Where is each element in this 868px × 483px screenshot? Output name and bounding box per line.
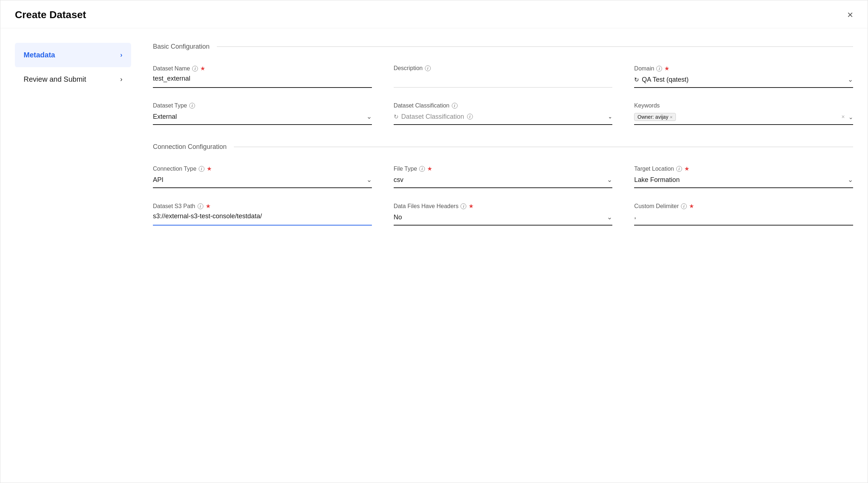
target-location-value: Lake Formation (634, 176, 680, 184)
dataset-classification-info-icon[interactable]: i (452, 103, 458, 109)
file-type-value: csv (394, 176, 403, 184)
custom-delimiter-required: ★ (689, 203, 694, 210)
dataset-s3-path-label: Dataset S3 Path i ★ (153, 203, 372, 210)
dataset-classification-placeholder: Dataset Classification (401, 113, 464, 121)
target-location-info-icon[interactable]: i (676, 166, 682, 172)
s3-path-value[interactable]: s3://external-s3-test-console/testdata/ (153, 212, 372, 226)
data-files-headers-label: Data Files Have Headers i ★ (394, 203, 613, 210)
domain-info-icon[interactable]: i (656, 66, 662, 72)
dataset-name-required: ★ (200, 65, 205, 72)
connection-config-divider (234, 147, 853, 147)
basic-config-title: Basic Configuration (153, 43, 210, 50)
close-button[interactable]: × (847, 10, 853, 20)
basic-configuration-section: Basic Configuration Dataset Name i ★ tes… (153, 43, 853, 125)
domain-select[interactable]: ↻ QA Test (qatest) ⌄ (634, 75, 853, 88)
connection-config-row-2: Dataset S3 Path i ★ s3://external-s3-tes… (153, 203, 853, 226)
keyword-tag-label: Owner: avijay (637, 114, 668, 120)
keywords-clear-icon[interactable]: × (841, 114, 845, 120)
custom-delimiter-field: Custom Delimiter i ★ , (634, 203, 853, 226)
dataset-type-value: External (153, 113, 177, 121)
keywords-actions: × ⌄ (841, 114, 853, 121)
data-files-headers-select[interactable]: No ⌄ (394, 212, 613, 226)
dataset-name-value[interactable]: test_external (153, 75, 372, 88)
data-files-headers-field: Data Files Have Headers i ★ No ⌄ (394, 203, 613, 226)
target-location-chevron-icon: ⌄ (848, 176, 853, 184)
sidebar-item-metadata[interactable]: Metadata › (15, 43, 131, 67)
target-location-field: Target Location i ★ Lake Formation ⌄ (634, 165, 853, 188)
create-dataset-modal: Create Dataset × Metadata › Review and S… (0, 0, 868, 483)
dataset-name-info-icon[interactable]: i (192, 66, 198, 72)
dataset-type-field: Dataset Type i External ⌄ (153, 102, 372, 125)
domain-required: ★ (664, 65, 669, 72)
connection-type-chevron-icon: ⌄ (366, 176, 372, 184)
modal-body: Metadata › Review and Submit › Basic Con… (0, 28, 868, 483)
dataset-classification-info-icon-2[interactable]: i (467, 114, 473, 119)
keywords-input-area[interactable]: Owner: avijay × × ⌄ (634, 112, 853, 125)
connection-type-info-icon[interactable]: i (199, 166, 204, 172)
data-files-headers-chevron-icon: ⌄ (607, 213, 612, 221)
file-type-required: ★ (427, 165, 432, 172)
basic-config-row-2: Dataset Type i External ⌄ Dataset Classi… (153, 102, 853, 125)
basic-config-divider (217, 46, 853, 47)
dataset-type-label: Dataset Type i (153, 102, 372, 109)
description-field: Description i (394, 65, 613, 88)
dataset-type-select[interactable]: External ⌄ (153, 112, 372, 125)
keywords-field: Keywords Owner: avijay × × ⌄ (634, 102, 853, 125)
domain-refresh-icon: ↻ (634, 76, 639, 83)
connection-config-header: Connection Configuration (153, 143, 853, 151)
domain-chevron-icon: ⌄ (848, 76, 853, 84)
data-files-info-icon[interactable]: i (461, 203, 466, 209)
domain-value: ↻ QA Test (qatest) (634, 76, 689, 84)
file-type-info-icon[interactable]: i (419, 166, 425, 172)
dataset-type-info-icon[interactable]: i (189, 103, 195, 109)
target-location-label: Target Location i ★ (634, 165, 853, 172)
data-files-required: ★ (469, 203, 474, 210)
description-info-icon[interactable]: i (425, 65, 431, 71)
custom-delimiter-value[interactable]: , (634, 212, 853, 226)
connection-config-title: Connection Configuration (153, 143, 227, 151)
custom-delimiter-label: Custom Delimiter i ★ (634, 203, 853, 210)
dataset-s3-path-field: Dataset S3 Path i ★ s3://external-s3-tes… (153, 203, 372, 226)
dataset-name-label: Dataset Name i ★ (153, 65, 372, 72)
modal-header: Create Dataset × (0, 0, 868, 28)
dataset-classification-select[interactable]: ↻ Dataset Classification i ⌄ (394, 112, 613, 125)
connection-config-row-1: Connection Type i ★ API ⌄ File Type i (153, 165, 853, 188)
data-files-headers-value: No (394, 214, 402, 221)
connection-type-field: Connection Type i ★ API ⌄ (153, 165, 372, 188)
sidebar: Metadata › Review and Submit › (15, 43, 131, 468)
custom-delimiter-info-icon[interactable]: i (681, 203, 687, 209)
file-type-field: File Type i ★ csv ⌄ (394, 165, 613, 188)
domain-label: Domain i ★ (634, 65, 853, 72)
chevron-right-icon-2: › (120, 76, 122, 83)
keyword-tag-remove-icon[interactable]: × (670, 114, 673, 120)
file-type-chevron-icon: ⌄ (607, 176, 612, 184)
file-type-select[interactable]: csv ⌄ (394, 175, 613, 188)
basic-config-header: Basic Configuration (153, 43, 853, 50)
connection-type-value: API (153, 176, 163, 184)
sidebar-item-metadata-label: Metadata (24, 51, 55, 59)
keywords-chevron-icon[interactable]: ⌄ (848, 114, 853, 121)
sidebar-item-review[interactable]: Review and Submit › (15, 67, 131, 92)
s3-path-required: ★ (206, 203, 211, 210)
dataset-name-field: Dataset Name i ★ test_external (153, 65, 372, 88)
description-value[interactable] (394, 74, 613, 88)
connection-type-select[interactable]: API ⌄ (153, 175, 372, 188)
connection-configuration-section: Connection Configuration Connection Type… (153, 143, 853, 226)
dataset-classification-refresh-icon: ↻ (394, 113, 398, 120)
file-type-label: File Type i ★ (394, 165, 613, 172)
description-label: Description i (394, 65, 613, 72)
target-location-select[interactable]: Lake Formation ⌄ (634, 175, 853, 188)
dataset-type-chevron-icon: ⌄ (366, 113, 372, 121)
basic-config-row-1: Dataset Name i ★ test_external Descripti… (153, 65, 853, 88)
main-content: Basic Configuration Dataset Name i ★ tes… (153, 43, 853, 468)
sidebar-item-review-label: Review and Submit (24, 75, 86, 84)
connection-type-label: Connection Type i ★ (153, 165, 372, 172)
keywords-label: Keywords (634, 102, 853, 109)
s3-path-info-icon[interactable]: i (198, 203, 203, 209)
dataset-classification-chevron-icon: ⌄ (608, 114, 612, 119)
domain-field: Domain i ★ ↻ QA Test (qatest) ⌄ (634, 65, 853, 88)
dataset-classification-inner: ↻ Dataset Classification i (394, 113, 473, 121)
dataset-classification-field: Dataset Classification i ↻ Dataset Class… (394, 102, 613, 125)
connection-type-required: ★ (207, 165, 212, 172)
chevron-right-icon: › (120, 51, 122, 59)
